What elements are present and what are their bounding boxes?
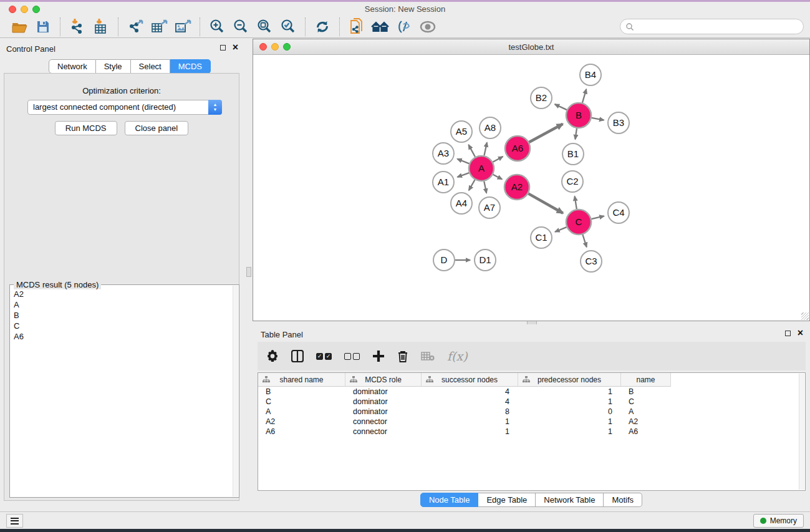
- graph-node-C2[interactable]: C2: [562, 171, 583, 192]
- graph-node-D1[interactable]: D1: [475, 249, 496, 271]
- result-list-item[interactable]: A2: [10, 289, 233, 299]
- table-row[interactable]: A6connector11A6: [258, 427, 805, 437]
- export-image-icon[interactable]: [172, 17, 193, 36]
- close-panel-button[interactable]: Close panel: [125, 121, 189, 135]
- graph-edge-B-B2[interactable]: [555, 104, 567, 110]
- graph-edge-A-A3[interactable]: [457, 159, 469, 164]
- optimization-criterion-dropdown[interactable]: largest connected component (directed) ▲…: [27, 100, 222, 115]
- graph-node-C4[interactable]: C4: [608, 202, 629, 223]
- graph-edge-A-A6[interactable]: [493, 157, 503, 162]
- memory-button[interactable]: Memory: [753, 514, 804, 528]
- graph-edge-A2-C[interactable]: [528, 193, 562, 213]
- search-input[interactable]: [634, 22, 790, 31]
- graph-edge-B-B1[interactable]: [575, 128, 577, 139]
- graph-edge-C-C1[interactable]: [555, 227, 566, 232]
- table-row[interactable]: Bdominator41B: [258, 387, 805, 397]
- graph-edge-A-A2[interactable]: [493, 175, 503, 180]
- graph-node-C3[interactable]: C3: [581, 251, 602, 272]
- split-panel-columns-icon[interactable]: [291, 350, 304, 362]
- graph-node-A[interactable]: A: [469, 156, 494, 181]
- import-network-icon[interactable]: [67, 17, 88, 36]
- zoom-out-icon[interactable]: [230, 17, 251, 36]
- table-row[interactable]: A2connector11A2: [258, 417, 805, 427]
- graph-edge-C-C2[interactable]: [575, 196, 577, 210]
- tab-motifs[interactable]: Motifs: [604, 493, 642, 507]
- zoom-in-icon[interactable]: [206, 17, 228, 36]
- tab-network[interactable]: Network: [49, 59, 96, 74]
- refresh-view-icon[interactable]: [312, 17, 333, 36]
- graph-edge-C-C4[interactable]: [591, 216, 604, 219]
- graph-edge-A-A8[interactable]: [484, 142, 487, 155]
- hide-graphics-details-icon[interactable]: [393, 17, 415, 36]
- graph-node-A4[interactable]: A4: [451, 193, 472, 214]
- table-row[interactable]: Cdominator41C: [258, 397, 805, 407]
- vertical-splitter-grip[interactable]: [246, 267, 251, 277]
- search-field[interactable]: [620, 19, 804, 34]
- graph-edge-A6-B[interactable]: [529, 124, 562, 142]
- export-network-icon[interactable]: [125, 17, 146, 36]
- tab-node-table[interactable]: Node Table: [420, 493, 479, 507]
- close-panel-icon[interactable]: ×: [233, 42, 238, 53]
- graph-node-B4[interactable]: B4: [580, 64, 601, 85]
- cybrowser-home-icon[interactable]: [370, 17, 391, 36]
- column-header-name[interactable]: name: [621, 373, 671, 387]
- graph-edge-A-A5[interactable]: [468, 145, 475, 157]
- export-table-icon[interactable]: [148, 17, 170, 36]
- add-column-icon[interactable]: [372, 350, 385, 362]
- save-session-icon[interactable]: [32, 17, 54, 36]
- import-table-icon[interactable]: [90, 17, 112, 36]
- result-list-item[interactable]: A: [10, 299, 233, 310]
- result-list-item[interactable]: A6: [10, 331, 233, 342]
- graph-node-D[interactable]: D: [433, 249, 455, 271]
- column-header-successor-nodes[interactable]: successor nodes: [422, 373, 518, 387]
- zoom-selected-icon[interactable]: [277, 17, 299, 36]
- float-panel-icon[interactable]: [220, 45, 226, 51]
- run-mcds-button[interactable]: Run MCDS: [55, 121, 117, 135]
- graph-node-A8[interactable]: A8: [480, 117, 501, 138]
- graph-node-C[interactable]: C: [566, 210, 591, 235]
- graph-node-A3[interactable]: A3: [433, 143, 454, 164]
- select-all-checkboxes-icon[interactable]: ✓✓: [316, 353, 332, 360]
- delete-columns-trash-icon[interactable]: [397, 350, 408, 362]
- deselect-all-checkboxes-icon[interactable]: [344, 353, 360, 360]
- result-scrollbar[interactable]: [233, 286, 238, 496]
- open-file-icon[interactable]: [9, 17, 30, 36]
- table-settings-gear-icon[interactable]: [266, 350, 279, 362]
- tab-network-table[interactable]: Network Table: [536, 493, 604, 507]
- graph-edge-A-A7[interactable]: [484, 181, 486, 193]
- column-header-predecessor-nodes[interactable]: predecessor nodes: [518, 373, 621, 387]
- column-header-shared-name[interactable]: shared name: [258, 373, 345, 387]
- graph-node-A2[interactable]: A2: [504, 175, 529, 200]
- window-resize-grip[interactable]: [801, 312, 809, 320]
- graph-node-B1[interactable]: B1: [562, 143, 584, 165]
- graph-edge-B-B4[interactable]: [582, 89, 586, 103]
- result-list-item[interactable]: B: [10, 310, 233, 321]
- graph-edge-A-A4[interactable]: [469, 180, 475, 190]
- graph-node-C1[interactable]: C1: [531, 227, 552, 248]
- graph-edge-A-A1[interactable]: [458, 173, 470, 177]
- tab-edge-table[interactable]: Edge Table: [478, 493, 536, 507]
- graph-edge-C-C3[interactable]: [582, 235, 586, 247]
- graph-edge-B-B3[interactable]: [592, 118, 604, 120]
- result-list-item[interactable]: C: [10, 321, 233, 331]
- graph-node-A5[interactable]: A5: [451, 121, 472, 142]
- network-from-clipboard-icon[interactable]: [346, 17, 367, 36]
- table-close-panel-icon[interactable]: ×: [798, 327, 803, 339]
- table-float-panel-icon[interactable]: [785, 331, 791, 336]
- column-header-MCDS-role[interactable]: MCDS role: [345, 373, 422, 387]
- graph-node-A6[interactable]: A6: [505, 136, 530, 161]
- zoom-fit-icon[interactable]: [254, 17, 275, 36]
- tab-mcds[interactable]: MCDS: [170, 59, 211, 74]
- graph-node-A1[interactable]: A1: [433, 172, 454, 193]
- table-row[interactable]: Adominator80A: [258, 407, 805, 417]
- tab-select[interactable]: Select: [131, 59, 170, 74]
- graph-node-B2[interactable]: B2: [531, 87, 552, 109]
- graph-node-B[interactable]: B: [566, 103, 591, 128]
- graph-node-A7[interactable]: A7: [479, 197, 500, 218]
- tab-style[interactable]: Style: [96, 59, 131, 74]
- network-canvas[interactable]: B4B2BB3A5A8A6B1A3AC2A1A2A4A7C4CC1C3DD1: [253, 55, 809, 321]
- show-hide-annotations-icon[interactable]: [417, 17, 438, 36]
- task-history-button[interactable]: [6, 514, 23, 528]
- graph-node-B3[interactable]: B3: [608, 112, 629, 133]
- table-scrollbar[interactable]: [799, 374, 804, 490]
